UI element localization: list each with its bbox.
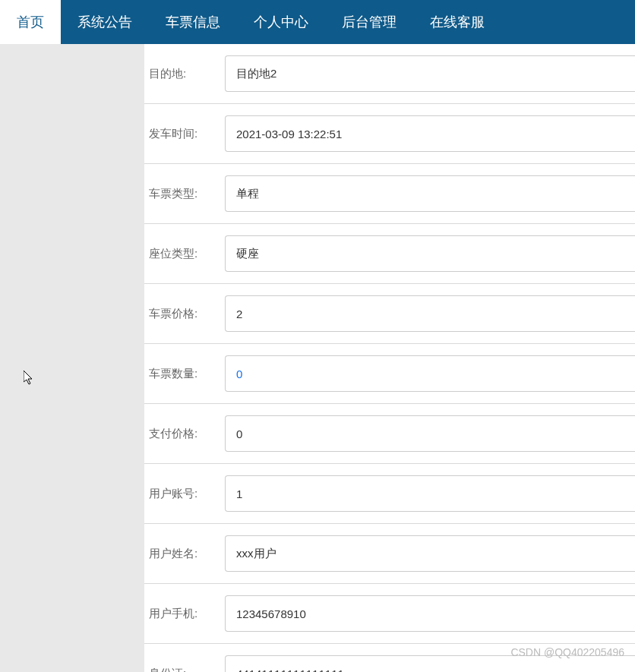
form-panel: 目的地: 发车时间: 车票类型: 座位类型: 车票价格: 车票数量: 支付价格: [144,44,635,672]
label-ticket-qty: 车票数量: [149,367,225,381]
row-ticket-type: 车票类型: [144,164,635,224]
row-seat-type: 座位类型: [144,224,635,284]
input-user-name[interactable] [225,535,635,572]
input-ticket-qty[interactable] [225,355,635,392]
nav-ticket-info[interactable]: 车票信息 [149,0,237,44]
row-destination: 目的地: [144,44,635,104]
row-user-account: 用户账号: [144,464,635,524]
label-pay-price: 支付价格: [149,427,225,441]
input-user-account[interactable] [225,475,635,512]
label-ticket-price: 车票价格: [149,307,225,321]
nav-customer-service[interactable]: 在线客服 [413,0,501,44]
label-ticket-type: 车票类型: [149,187,225,201]
nav-home[interactable]: 首页 [0,0,61,44]
input-ticket-price[interactable] [225,295,635,332]
label-depart-time: 发车时间: [149,127,225,141]
row-depart-time: 发车时间: [144,104,635,164]
input-user-phone[interactable] [225,595,635,632]
row-user-name: 用户姓名: [144,524,635,584]
input-pay-price[interactable] [225,415,635,452]
row-ticket-qty: 车票数量: [144,344,635,404]
label-user-account: 用户账号: [149,487,225,501]
nav-announcement[interactable]: 系统公告 [61,0,149,44]
row-pay-price: 支付价格: [144,404,635,464]
sidebar-spacer [0,44,144,672]
label-id-card: 身份证: [149,667,225,673]
watermark: CSDN @QQ402205496 [510,646,624,658]
label-seat-type: 座位类型: [149,247,225,261]
label-user-name: 用户姓名: [149,547,225,561]
input-depart-time[interactable] [225,115,635,152]
input-destination[interactable] [225,55,635,92]
top-navigation: 首页 系统公告 车票信息 个人中心 后台管理 在线客服 [0,0,635,44]
label-user-phone: 用户手机: [149,607,225,621]
nav-admin[interactable]: 后台管理 [325,0,413,44]
input-ticket-type[interactable] [225,175,635,212]
label-destination: 目的地: [149,67,225,81]
input-seat-type[interactable] [225,235,635,272]
nav-personal-center[interactable]: 个人中心 [237,0,325,44]
row-ticket-price: 车票价格: [144,284,635,344]
content-area: 目的地: 发车时间: 车票类型: 座位类型: 车票价格: 车票数量: 支付价格: [0,44,635,672]
row-user-phone: 用户手机: [144,584,635,644]
